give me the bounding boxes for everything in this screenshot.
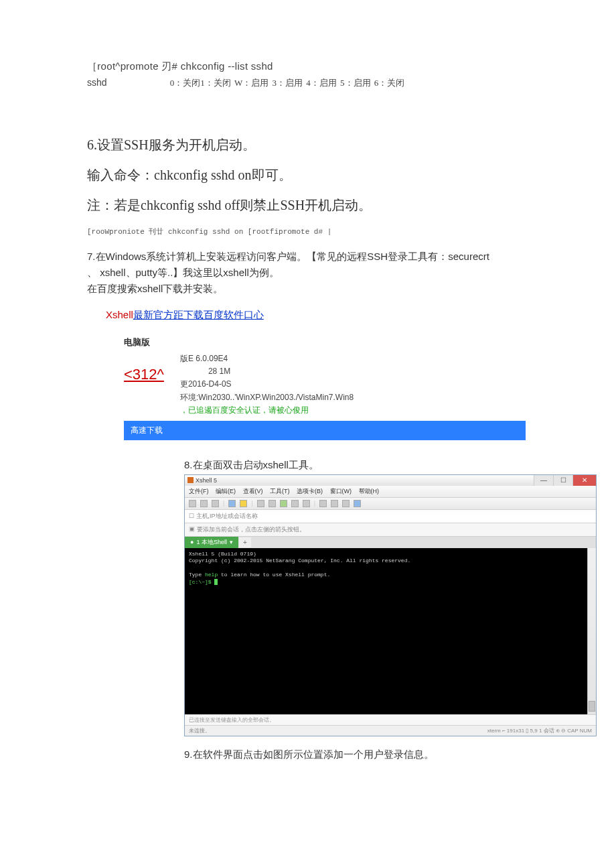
terminal-output-line2: sshd 0：关闭1：关闭 W：启用 3：启用 4：启用 5：启用 6：关闭 (87, 77, 529, 89)
tab-bar: ● 1 本地Shell ▾ + (185, 537, 596, 548)
download-info-box: <312^ 版E 6.0.09E4 28 1M 更2016-D4-0S 环境:W… (124, 352, 529, 417)
sshd-levels: 0：关闭1：关闭 W：启用 3：启用 4：启用 5：启用 6：关闭 (170, 78, 405, 88)
download-meta: 版E 6.0.09E4 28 1M 更2016-D4-0S 环境:Win2030… (180, 352, 354, 417)
download-icon: <312^ (124, 366, 164, 383)
menu-view[interactable]: 查看(V) (243, 488, 263, 495)
toolbar[interactable]: | | | (185, 498, 596, 510)
tab-local-shell[interactable]: ● 1 本地Shell ▾ (185, 537, 238, 548)
step8-title: 8.在桌面双击启动xshell工具。 (184, 459, 529, 472)
step7-paragraph: 7.在Windows系统计算机上安装远程访问客户端。【常见的远程SSH登录工具有… (87, 249, 529, 297)
xshell-download-link[interactable]: Xshell最新官方距下载百度软件口心 (106, 309, 529, 322)
app-icon (187, 477, 194, 483)
tb-font-icon[interactable] (291, 500, 299, 507)
minimize-button[interactable]: — (534, 475, 553, 486)
tb-properties-icon[interactable] (240, 500, 247, 507)
meta-env: 环境:Win2030..'WinXP.Win2003./VistaMin7.Wi… (180, 391, 354, 404)
sshd-label: sshd (87, 77, 107, 88)
menu-tools[interactable]: 工具(T) (270, 488, 290, 495)
step7-l2: 、 xshell、putty等..】我这里以xshell为例。 (87, 267, 279, 278)
status-line-1: 已连接至发送键盘输入的全部会话。 (185, 714, 596, 725)
step7-l3: 在百度搜索xshell下载并安装。 (87, 283, 223, 294)
xshell-window: Xshell 5 — ☐ ✕ 文件(F) 编辑(E) 查看(V) 工具(T) 选… (184, 474, 597, 736)
tb-new-icon[interactable] (189, 500, 196, 507)
menu-edit[interactable]: 编辑(E) (216, 488, 236, 495)
close-button[interactable]: ✕ (572, 475, 596, 486)
tb-open-icon[interactable] (200, 500, 208, 507)
pc-version-label: 电脑版 (124, 336, 529, 348)
menu-file[interactable]: 文件(F) (189, 488, 209, 495)
terminal-pane[interactable]: Xshell 5 (Build 0719) Copyright (c) 2002… (185, 548, 596, 714)
download-button[interactable]: 高速下载 (124, 421, 526, 440)
tb-color-icon[interactable] (303, 500, 310, 507)
tb-find-icon[interactable] (280, 500, 287, 507)
menu-help[interactable]: 帮助(H) (359, 488, 380, 495)
tb-copy-icon[interactable] (257, 500, 264, 507)
tb-help-icon[interactable] (354, 500, 361, 507)
term-banner-1: Xshell 5 (Build 0719) (189, 551, 592, 557)
tb-misc2-icon[interactable] (331, 500, 338, 507)
window-title: Xshell 5 (196, 477, 217, 484)
status-line-2: 未连接。 xterm ⌐ 191x31 ▯ 5,9 1 会话 ⊕ ⊖ CAP N… (185, 725, 596, 736)
xshell-link-blue: 最新官方距下载百度软件口心 (133, 309, 264, 320)
tb-misc1-icon[interactable] (319, 500, 327, 507)
quick-command-bar[interactable]: ▣ 要添加当前会话，点击左侧的箭头按钮。 (185, 523, 596, 537)
step6-title: 6.设置SSH服务为开机启动。 (87, 136, 529, 154)
status-connection: 未连接。 (189, 727, 210, 734)
step7-l1: 7.在Windows系统计算机上安装远程访问客户端。【常见的远程SSH登录工具有… (87, 251, 489, 262)
step6-p1: 输入命令：chkconfig sshd on即可。 (87, 166, 529, 184)
step9-title: 9.在软件界面点击如图所示位置添加一个用户登录信息。 (184, 748, 529, 761)
term-prompt: [c:\~]$ (189, 579, 592, 586)
window-titlebar: Xshell 5 — ☐ ✕ (185, 475, 596, 486)
tb-reconnect-icon[interactable] (228, 500, 236, 507)
meta-size: 28 1M (180, 365, 354, 378)
term-banner-2: Copyright (c) 2002-2015 NetSarang Comput… (189, 557, 592, 564)
scrollbar[interactable] (587, 548, 596, 714)
address-placeholder: 主机,IP地址或会话名称 (196, 513, 258, 519)
tb-misc3-icon[interactable] (342, 500, 350, 507)
menu-bar[interactable]: 文件(F) 编辑(E) 查看(V) 工具(T) 选项卡(B) 窗口(W) 帮助(… (185, 486, 596, 498)
quick-command-hint: 要添加当前会话，点击左侧的箭头按钮。 (197, 526, 305, 533)
meta-date: 更2016-D4-0S (180, 378, 354, 391)
xshell-link-red: Xshell (106, 309, 133, 320)
scrollbar-thumb[interactable] (589, 701, 595, 712)
terminal-output-line1: ［root^promote 刃# chkconfig --list sshd (87, 60, 529, 73)
tab-label: 1 本地Shell (196, 538, 227, 547)
meta-cert: ，已追遏百度安全认证，请被心俊用 (180, 404, 354, 417)
tb-save-icon[interactable] (212, 500, 219, 507)
step6-p2: 注：若是chkconfig sshd off则禁止SSH开机启动。 (87, 196, 529, 214)
address-bar[interactable]: ☐ 主机,IP地址或会话名称 (185, 510, 596, 523)
step6-code: [rooWproniote 刊廿 chkconfig sshd on [root… (87, 226, 529, 237)
tb-paste-icon[interactable] (268, 500, 276, 507)
term-help-line: Type help to learn how to use Xshell pro… (189, 572, 592, 578)
menu-window[interactable]: 窗口(W) (330, 488, 352, 495)
menu-tabs[interactable]: 选项卡(B) (297, 488, 323, 495)
tab-add-button[interactable]: + (239, 537, 251, 547)
meta-version: 版E 6.0.09E4 (180, 352, 354, 365)
maximize-button[interactable]: ☐ (553, 475, 572, 486)
status-details: xterm ⌐ 191x31 ▯ 5,9 1 会话 ⊕ ⊖ CAP NUM (487, 727, 592, 734)
cursor-icon (214, 579, 218, 585)
